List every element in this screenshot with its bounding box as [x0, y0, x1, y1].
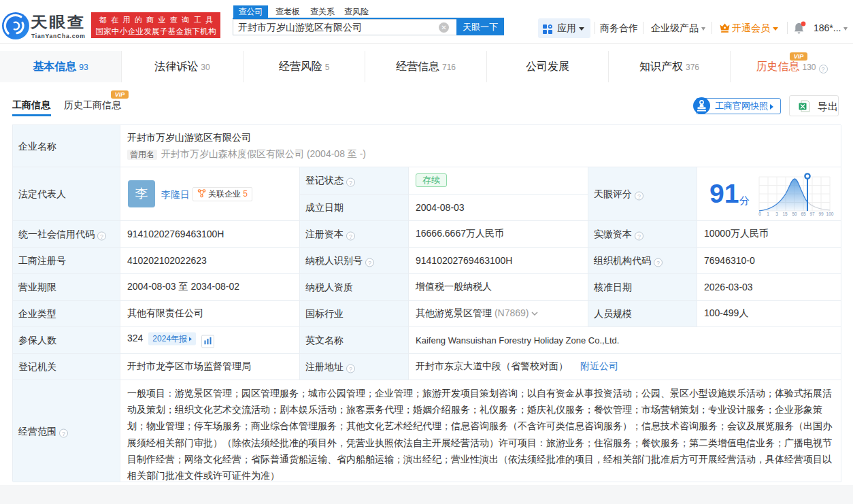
- svg-text:65: 65: [801, 212, 806, 216]
- svg-text:99: 99: [818, 212, 824, 216]
- svg-text:3: 3: [775, 212, 778, 216]
- svg-text:97: 97: [809, 212, 815, 216]
- svg-text:15: 15: [782, 212, 788, 216]
- svg-text:0: 0: [758, 212, 761, 216]
- svg-text:50: 50: [792, 212, 797, 216]
- svg-text:1: 1: [767, 212, 769, 216]
- svg-text:100: 100: [826, 212, 834, 216]
